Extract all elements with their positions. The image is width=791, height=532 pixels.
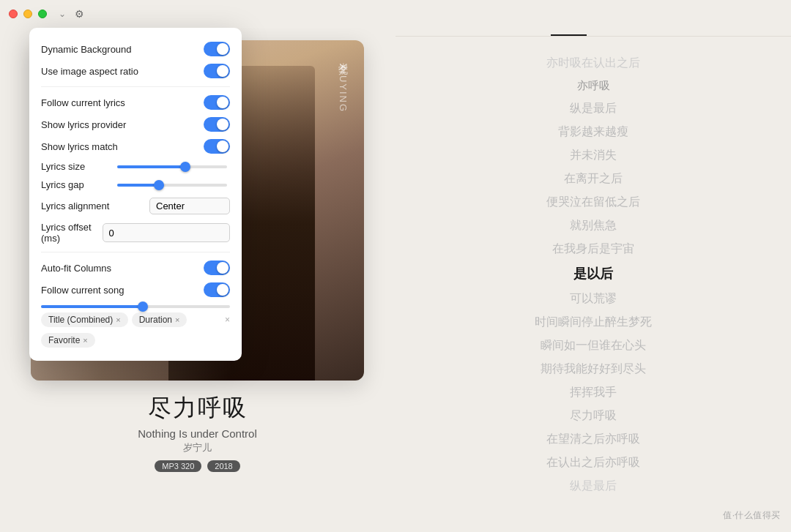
bottom-watermark: 值·什么值得买 — [723, 509, 781, 522]
follow-song-row: Follow current song — [41, 279, 230, 301]
lyric-line[interactable]: 在我身后是宇宙 — [410, 237, 776, 261]
show-provider-label: Show lyrics provider — [41, 119, 126, 130]
lyrics-gap-fill — [117, 184, 159, 187]
tag-row-1: Title (Combined) × Duration × × — [41, 310, 230, 330]
song-badges: MP3 320 2018 — [31, 460, 364, 472]
progress-fill — [41, 305, 146, 308]
gear-icon[interactable]: ⚙ — [75, 8, 84, 20]
follow-lyrics-row: Follow current lyrics — [41, 91, 230, 113]
lyrics-gap-label: Lyrics gap — [41, 179, 114, 190]
lyric-line[interactable]: 背影越来越瘦 — [410, 120, 776, 143]
lyric-line[interactable]: 亦时吸在认出之后 — [410, 51, 776, 75]
use-image-aspect-toggle[interactable] — [204, 64, 230, 78]
lyric-line[interactable]: 在离开之后 — [410, 167, 776, 190]
progress-thumb[interactable] — [138, 301, 148, 312]
lyric-line[interactable]: 瞬间如一但谁在心头 — [410, 334, 776, 357]
lyric-line[interactable]: 可以荒谬 — [410, 287, 776, 310]
lyrics-offset-input-box: ▲ ▼ — [103, 223, 230, 241]
lyric-line[interactable]: 纵是最后 — [410, 474, 776, 498]
divider1 — [41, 86, 230, 87]
lyrics-alignment-row: Lyrics alignment Center Left Right — [41, 194, 230, 218]
show-provider-toggle[interactable] — [204, 117, 230, 132]
tag-favorite-close[interactable]: × — [83, 336, 87, 345]
lyrics-size-label: Lyrics size — [41, 161, 114, 172]
tag-row-1-close[interactable]: × — [225, 315, 230, 325]
dynamic-background-label: Dynamic Background — [41, 44, 132, 55]
lyrics-size-row: Lyrics size — [41, 157, 230, 176]
progress-bar[interactable] — [41, 305, 230, 308]
lyric-line[interactable]: 期待我能好好到尽头 — [410, 357, 776, 381]
lyric-line[interactable]: 尽力呼吸 — [410, 404, 776, 427]
right-panel: UP NEXT RELATED LYRICS 亦时吸在认出之后亦呼吸纵是最后背影… — [396, 0, 791, 532]
lyric-line[interactable]: 就别焦急 — [410, 214, 776, 237]
tag-favorite: Favorite × — [41, 333, 95, 348]
auto-fit-toggle[interactable] — [204, 261, 230, 275]
lyrics-size-fill — [117, 165, 185, 168]
auto-fit-row: Auto-fit Columns — [41, 257, 230, 279]
dynamic-background-toggle[interactable] — [204, 42, 230, 56]
maximize-button[interactable] — [38, 10, 47, 18]
follow-lyrics-toggle[interactable] — [204, 95, 230, 110]
lyrics-gap-row: Lyrics gap — [41, 176, 230, 194]
tag-duration: Duration × — [132, 312, 187, 327]
lyric-line[interactable]: 并未消失 — [410, 143, 776, 167]
show-match-toggle[interactable] — [204, 139, 230, 154]
close-button[interactable] — [9, 10, 18, 18]
album-watermark: 岁宁儿 XIUYING — [336, 55, 349, 113]
song-title-en: Nothing Is under Control — [31, 427, 364, 440]
song-info: 尽力呼吸 Nothing Is under Control 岁宁儿 MP3 32… — [31, 392, 364, 472]
tag-duration-close[interactable]: × — [175, 315, 179, 324]
lyrics-offset-input[interactable] — [103, 225, 230, 241]
lyrics-size-thumb[interactable] — [180, 162, 190, 172]
lyric-line[interactable]: 在认出之后亦呼吸 — [410, 451, 776, 474]
follow-song-label: Follow current song — [41, 285, 124, 296]
lyrics-gap-thumb[interactable] — [154, 180, 164, 190]
lyrics-panel[interactable]: 亦时吸在认出之后亦呼吸纵是最后背影越来越瘦并未消失在离开之后便哭泣在留低之后就别… — [396, 37, 791, 532]
lyric-line[interactable]: 是以后 — [410, 261, 776, 287]
show-match-row: Show lyrics match — [41, 135, 230, 157]
follow-lyrics-label: Follow current lyrics — [41, 97, 125, 108]
lyric-line[interactable]: 便哭泣在留低之后 — [410, 190, 776, 214]
use-image-aspect-row: Use image aspect ratio — [41, 60, 230, 82]
chevron-down-icon[interactable]: ⌄ — [59, 9, 66, 19]
tag-row-2: Favorite × — [41, 330, 230, 351]
lyrics-size-track[interactable] — [117, 165, 227, 168]
titlebar: ⌄ ⚙ — [0, 0, 791, 28]
divider2 — [41, 252, 230, 252]
tag-title-close[interactable]: × — [116, 315, 120, 324]
lyric-line[interactable]: 亦呼吸 — [410, 75, 776, 97]
minimize-button[interactable] — [23, 10, 32, 18]
badge-year: 2018 — [207, 460, 239, 472]
lyrics-alignment-label: Lyrics alignment — [41, 201, 109, 211]
lyrics-alignment-select[interactable]: Center Left Right — [149, 198, 230, 214]
lyric-line[interactable]: 在望清之后亦呼吸 — [410, 427, 776, 451]
dynamic-background-row: Dynamic Background — [41, 38, 230, 60]
use-image-aspect-label: Use image aspect ratio — [41, 66, 138, 77]
lyric-line[interactable]: 纵是最后 — [410, 97, 776, 120]
follow-song-toggle[interactable] — [204, 282, 230, 297]
lyrics-offset-label: Lyrics offset (ms) — [41, 222, 103, 244]
show-provider-row: Show lyrics provider — [41, 113, 230, 135]
show-match-label: Show lyrics match — [41, 141, 118, 152]
song-artist: 岁宁儿 — [31, 441, 364, 454]
lyrics-offset-row: Lyrics offset (ms) ▲ ▼ — [41, 218, 230, 247]
lyric-line[interactable]: 挥挥我手 — [410, 381, 776, 404]
tag-title: Title (Combined) × — [41, 312, 128, 327]
song-title-zh: 尽力呼吸 — [31, 392, 364, 424]
auto-fit-label: Auto-fit Columns — [41, 263, 111, 274]
lyric-line[interactable]: 时间瞬间停止醉生梦死 — [410, 310, 776, 334]
badge-format: MP3 320 — [155, 460, 201, 472]
progress-row — [41, 301, 230, 310]
settings-panel: Dynamic Background Use image aspect rati… — [29, 28, 242, 361]
lyrics-gap-track[interactable] — [117, 184, 227, 187]
lyrics-alignment-select-wrapper: Center Left Right — [149, 198, 230, 214]
